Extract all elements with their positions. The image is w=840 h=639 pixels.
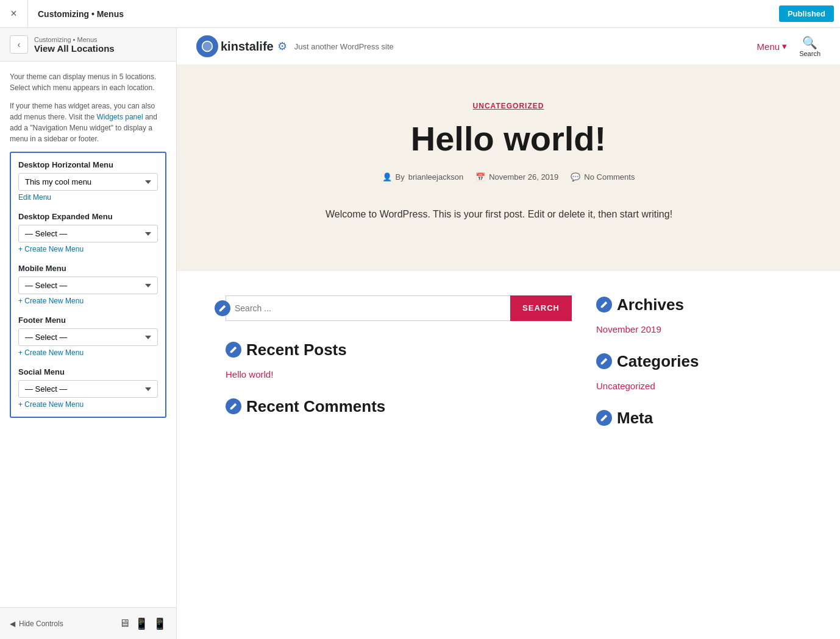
- meta-pencil-icon[interactable]: [596, 410, 612, 426]
- hide-controls-label: Hide Controls: [19, 620, 63, 628]
- sidebar-description2: If your theme has widget areas, you can …: [10, 101, 166, 144]
- pencil-edit-icon[interactable]: [215, 300, 230, 316]
- site-logo-secondary: ⚙: [277, 40, 287, 53]
- recent-comments-heading: Recent Comments: [246, 397, 385, 416]
- post-author: brianleejackson: [408, 172, 463, 182]
- nav-search-button[interactable]: 🔍 Search: [799, 35, 820, 57]
- sidebar-content: Your theme can display menus in 5 locati…: [0, 62, 176, 607]
- desktop-horizontal-label: Desktop Horizontal Menu: [18, 160, 158, 169]
- footer-menu-label: Footer Menu: [18, 316, 158, 325]
- comment-icon: 💬: [571, 172, 580, 182]
- recent-posts-pencil-icon[interactable]: [226, 342, 241, 358]
- post-category[interactable]: UNCATEGORIZED: [226, 102, 791, 110]
- sidebar-footer: ◀ Hide Controls 🖥 📱 📱: [0, 607, 176, 639]
- recent-posts-section: Recent Posts Hello world!: [226, 341, 572, 380]
- close-button[interactable]: ×: [0, 0, 28, 28]
- search-icon: 🔍: [802, 35, 817, 50]
- menu-location-footer: Footer Menu — Select — This my cool menu…: [18, 316, 158, 358]
- menu-location-social: Social Menu — Select — This my cool menu…: [18, 367, 158, 409]
- top-bar-title: Customizing • Menus: [28, 9, 779, 19]
- search-row: SEARCH: [226, 295, 572, 321]
- category-link[interactable]: Uncategorized: [596, 381, 655, 391]
- meta-section: Meta: [596, 409, 791, 428]
- archives-heading: Archives: [617, 295, 684, 314]
- search-label: Search: [799, 50, 820, 57]
- meta-header: Meta: [596, 409, 791, 428]
- search-pencil-dot[interactable]: [215, 300, 230, 316]
- site-logo-area: kinstalife ⚙ Just another WordPress site: [196, 35, 757, 57]
- device-icons: 🖥 📱 📱: [119, 617, 166, 630]
- search-section: SEARCH: [226, 295, 572, 321]
- sidebar-breadcrumb: Customizing • Menus: [34, 36, 115, 43]
- social-menu-label: Social Menu: [18, 367, 158, 376]
- post-content: Welcome to WordPress. This is your first…: [326, 206, 691, 222]
- categories-pencil-icon[interactable]: [596, 353, 612, 369]
- main-layout: ‹ Customizing • Menus View All Locations…: [0, 28, 840, 639]
- menu-location-desktop-expanded: Desktop Expanded Menu — Select — This my…: [18, 212, 158, 254]
- edit-menu-link[interactable]: Edit Menu: [18, 193, 51, 202]
- recent-comments-pencil-icon[interactable]: [226, 398, 241, 414]
- post-author-meta: 👤 By brianleejackson: [382, 172, 464, 182]
- date-icon: 📅: [475, 172, 485, 182]
- menu-locations-box: Desktop Horizontal Menu — Select — This …: [10, 152, 166, 418]
- nav-menu-label: Menu: [757, 41, 780, 52]
- search-button[interactable]: SEARCH: [510, 295, 572, 321]
- categories-header: Categories: [596, 352, 791, 371]
- recent-post-link[interactable]: Hello world!: [226, 369, 273, 380]
- menu-location-mobile: Mobile Menu — Select — This my cool menu…: [18, 264, 158, 306]
- hero-section: UNCATEGORIZED Hello world! 👤 By brianlee…: [177, 65, 840, 271]
- archive-link[interactable]: November 2019: [596, 324, 661, 334]
- post-title: Hello world!: [226, 120, 791, 158]
- social-menu-select[interactable]: — Select — This my cool menu: [18, 380, 158, 398]
- post-date-meta: 📅 November 26, 2019: [475, 172, 558, 182]
- sidebar-header-text: Customizing • Menus View All Locations: [34, 36, 115, 54]
- mobile-menu-label: Mobile Menu: [18, 264, 158, 273]
- archives-section: Archives November 2019: [596, 295, 791, 335]
- recent-comments-section: Recent Comments: [226, 397, 572, 416]
- recent-posts-heading: Recent Posts: [246, 341, 347, 359]
- bottom-sections: SEARCH Recent Posts Hello world!: [177, 271, 840, 469]
- site-header: kinstalife ⚙ Just another WordPress site…: [177, 28, 840, 65]
- bottom-left: SEARCH Recent Posts Hello world!: [226, 295, 572, 445]
- arrow-left-icon: ◀: [10, 620, 15, 628]
- desktop-expanded-select[interactable]: — Select — This my cool menu: [18, 225, 158, 242]
- post-comments: No Comments: [584, 172, 635, 182]
- preview-area: kinstalife ⚙ Just another WordPress site…: [177, 28, 840, 639]
- site-name: kinstalife: [221, 40, 274, 54]
- sidebar-header: ‹ Customizing • Menus View All Locations: [0, 28, 176, 62]
- published-button[interactable]: Published: [779, 5, 834, 22]
- post-date: November 26, 2019: [489, 172, 558, 182]
- author-icon: 👤: [382, 172, 392, 182]
- create-menu-link-footer[interactable]: + Create New Menu: [18, 348, 84, 357]
- sidebar: ‹ Customizing • Menus View All Locations…: [0, 28, 177, 639]
- post-comments-meta: 💬 No Comments: [571, 172, 635, 182]
- mobile-menu-select[interactable]: — Select — This my cool menu: [18, 277, 158, 294]
- back-button[interactable]: ‹: [10, 35, 28, 54]
- recent-posts-header: Recent Posts: [226, 341, 572, 359]
- desktop-icon[interactable]: 🖥: [119, 617, 130, 630]
- create-menu-link-social[interactable]: + Create New Menu: [18, 400, 84, 409]
- sidebar-description1: Your theme can display menus in 5 locati…: [10, 71, 166, 93]
- site-nav: Menu ▾ 🔍 Search: [757, 35, 820, 57]
- hide-controls-button[interactable]: ◀ Hide Controls: [10, 620, 119, 628]
- desktop-expanded-label: Desktop Expanded Menu: [18, 212, 158, 221]
- archives-header: Archives: [596, 295, 791, 314]
- tablet-icon[interactable]: 📱: [135, 617, 148, 630]
- search-input[interactable]: [226, 295, 510, 321]
- categories-heading: Categories: [617, 352, 699, 371]
- widgets-panel-link[interactable]: Widgets panel: [97, 113, 143, 121]
- footer-menu-select[interactable]: — Select — This my cool menu: [18, 328, 158, 346]
- menu-location-desktop-horizontal: Desktop Horizontal Menu — Select — This …: [18, 160, 158, 202]
- recent-comments-header: Recent Comments: [226, 397, 572, 416]
- create-menu-link-expanded[interactable]: + Create New Menu: [18, 245, 84, 253]
- post-author-label: By: [396, 172, 405, 182]
- post-meta: 👤 By brianleejackson 📅 November 26, 2019…: [226, 172, 791, 182]
- create-menu-link-mobile[interactable]: + Create New Menu: [18, 297, 84, 305]
- site-tagline: Just another WordPress site: [294, 42, 394, 51]
- top-bar: × Customizing • Menus Published: [0, 0, 840, 28]
- archives-pencil-icon[interactable]: [596, 297, 612, 312]
- mobile-icon[interactable]: 📱: [153, 617, 166, 630]
- site-logo-icon: [196, 35, 218, 57]
- desktop-horizontal-select[interactable]: — Select — This my cool menu: [18, 173, 158, 191]
- nav-menu-item[interactable]: Menu ▾: [757, 41, 788, 52]
